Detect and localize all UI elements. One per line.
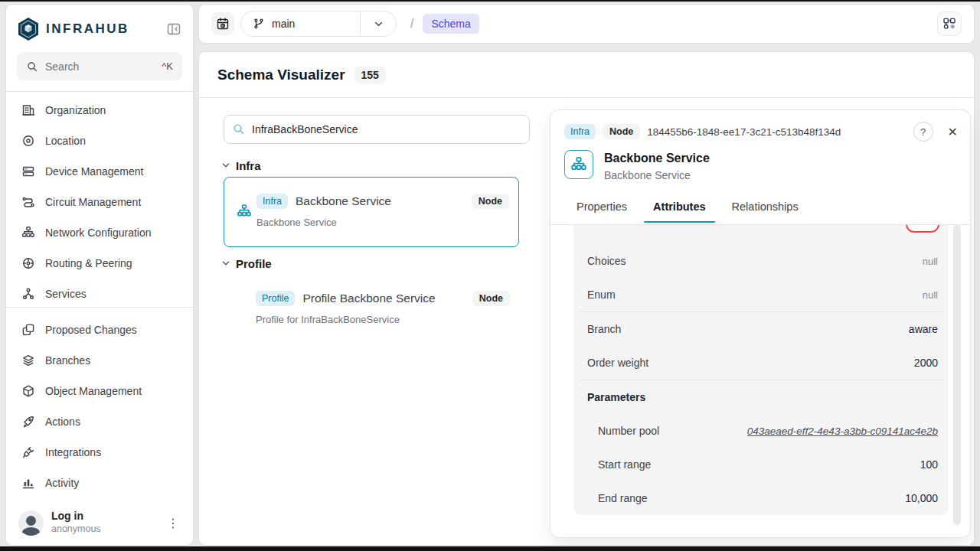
result-title: Profile Backbone Service xyxy=(302,292,464,305)
calendar-clock-icon[interactable] xyxy=(211,12,234,35)
sidebar-item-label: Device Management xyxy=(45,165,143,178)
sidebar-nav-primary: Organization Location Device Management xyxy=(6,95,193,303)
username-label: anonymous xyxy=(51,523,158,536)
attribute-value: aware xyxy=(909,323,938,335)
search-placeholder: Search xyxy=(45,60,155,73)
sidebar-item-label: Routing & Peering xyxy=(45,257,132,269)
main-panel: Schema Visualizer 155 Infra Infra Backbo… xyxy=(199,52,974,545)
sidebar: INFRAHUB Search ^K Organization xyxy=(6,5,193,545)
result-subtitle: Profile for InfraBackBoneService xyxy=(256,314,400,325)
attribute-value: 100 xyxy=(920,458,938,471)
attribute-label: Choices xyxy=(587,255,626,267)
sidebar-item-object-management[interactable]: Object Management xyxy=(6,376,193,406)
breadcrumb-schema[interactable]: Schema xyxy=(423,14,479,34)
sidebar-item-label: Integrations xyxy=(45,446,101,458)
branch-selector[interactable]: main xyxy=(240,11,397,37)
details-subtitle: Backbone Service xyxy=(604,169,691,181)
sidebar-item-proposed-changes[interactable]: Proposed Changes xyxy=(6,315,193,345)
attribute-row: Branch aware xyxy=(573,312,949,346)
details-tabs: Properties Attributes Relationships xyxy=(550,197,970,225)
breadcrumb-separator: / xyxy=(410,17,413,31)
schema-search xyxy=(224,115,530,144)
help-icon[interactable]: ? xyxy=(913,122,933,142)
rocket-icon xyxy=(21,415,35,429)
workflow-icon[interactable] xyxy=(937,11,962,36)
sidebar-item-branches[interactable]: Branches xyxy=(6,345,193,376)
search-shortcut: ^K xyxy=(162,60,173,72)
attribute-label: Order weight xyxy=(587,357,648,369)
namespace-badge: Infra xyxy=(256,194,288,209)
node-uuid: 184455b6-1848-ee17-3c21-c513b48f134d xyxy=(647,126,906,138)
divider xyxy=(6,307,193,308)
attribute-row: End range 10,000 xyxy=(573,481,949,515)
route-icon xyxy=(21,195,35,209)
sidebar-item-label: Location xyxy=(45,135,86,147)
user-menu[interactable]: Log in anonymous ⋮ xyxy=(14,505,185,540)
main-header: Schema Visualizer 155 xyxy=(199,52,974,98)
cube-icon xyxy=(21,384,35,398)
sidebar-item-integrations[interactable]: Integrations xyxy=(6,437,193,468)
schema-search-input[interactable] xyxy=(224,115,530,144)
group-header-profile[interactable]: Profile xyxy=(220,256,272,271)
kebab-menu-icon[interactable]: ⋮ xyxy=(165,516,181,530)
sidebar-item-actions[interactable]: Actions xyxy=(6,406,193,437)
sidebar-item-services[interactable]: Services xyxy=(6,279,193,303)
group-header-infra[interactable]: Infra xyxy=(220,158,261,173)
hierarchy-icon xyxy=(21,226,35,240)
result-card-profile-backbone-service[interactable]: Profile Profile Backbone Service Node Pr… xyxy=(224,282,519,329)
result-subtitle: Backbone Service xyxy=(256,217,337,228)
tab-attributes[interactable]: Attributes xyxy=(652,197,707,222)
chevron-down-icon[interactable] xyxy=(361,18,396,30)
attribute-label: Start range xyxy=(598,458,651,471)
sidebar-item-activity[interactable]: Activity xyxy=(6,468,193,498)
sidebar-item-location[interactable]: Location xyxy=(6,126,193,156)
attribute-row: Number pool 043aeaed-eff2-4e43-a3bb-c091… xyxy=(573,414,949,448)
details-header: Infra Node 184455b6-1848-ee17-3c21-c513b… xyxy=(564,122,958,142)
group-label: Infra xyxy=(236,159,261,172)
namespace-badge: Profile xyxy=(256,291,295,306)
sidebar-item-routing-peering[interactable]: Routing & Peering xyxy=(6,248,193,279)
window-edge-top xyxy=(0,0,980,2)
attribute-value: 10,000 xyxy=(905,492,938,504)
bar-chart-icon xyxy=(21,476,35,490)
building-icon xyxy=(21,103,35,117)
diff-icon xyxy=(21,323,35,337)
number-pool-link[interactable]: 043aeaed-eff2-4e43-a3bb-c09141ac4e2b xyxy=(747,425,938,437)
sidebar-search[interactable]: Search ^K xyxy=(17,52,182,80)
search-icon xyxy=(26,60,38,73)
collapse-sidebar-icon[interactable] xyxy=(164,20,184,38)
layers-icon xyxy=(21,354,35,367)
sidebar-item-circuit-management[interactable]: Circuit Management xyxy=(6,187,193,217)
close-icon[interactable]: ✕ xyxy=(948,125,958,139)
sidebar-item-label: Circuit Management xyxy=(45,196,141,208)
attribute-label: End range xyxy=(598,492,648,504)
attributes-scroll-area: Choices null Enum null Branch aware Orde… xyxy=(550,225,970,537)
attribute-row-clipped xyxy=(573,225,949,244)
attribute-label: Number pool xyxy=(598,425,659,437)
scrollbar[interactable] xyxy=(953,225,961,525)
schema-count-badge: 155 xyxy=(354,67,386,83)
tab-relationships[interactable]: Relationships xyxy=(730,197,800,222)
chevron-down-icon xyxy=(220,258,231,269)
sidebar-item-label: Organization xyxy=(45,104,106,116)
app-title: INFRAHUB xyxy=(46,21,164,37)
attribute-row: Enum null xyxy=(573,278,949,311)
chevron-down-icon xyxy=(220,160,231,171)
attribute-row: Start range 100 xyxy=(573,448,949,481)
result-card-backbone-service[interactable]: Infra Backbone Service Node Backbone Ser… xyxy=(224,177,519,247)
hierarchy-icon xyxy=(564,150,593,179)
divider xyxy=(6,91,193,92)
sidebar-item-organization[interactable]: Organization xyxy=(6,95,193,126)
nodes-icon xyxy=(21,287,35,301)
branch-current: main xyxy=(241,18,360,30)
globe-icon xyxy=(21,256,35,270)
details-title: Backbone Service xyxy=(604,152,710,165)
attribute-section-header: Parameters xyxy=(573,380,949,414)
node-badge: Node xyxy=(472,194,509,209)
sidebar-item-device-management[interactable]: Device Management xyxy=(6,156,193,187)
tab-properties[interactable]: Properties xyxy=(575,197,629,222)
sidebar-item-network-configuration[interactable]: Network Configuration xyxy=(6,217,193,248)
avatar xyxy=(18,510,44,536)
attributes-list: Choices null Enum null Branch aware Orde… xyxy=(573,225,949,515)
sidebar-item-label: Object Management xyxy=(45,385,142,397)
